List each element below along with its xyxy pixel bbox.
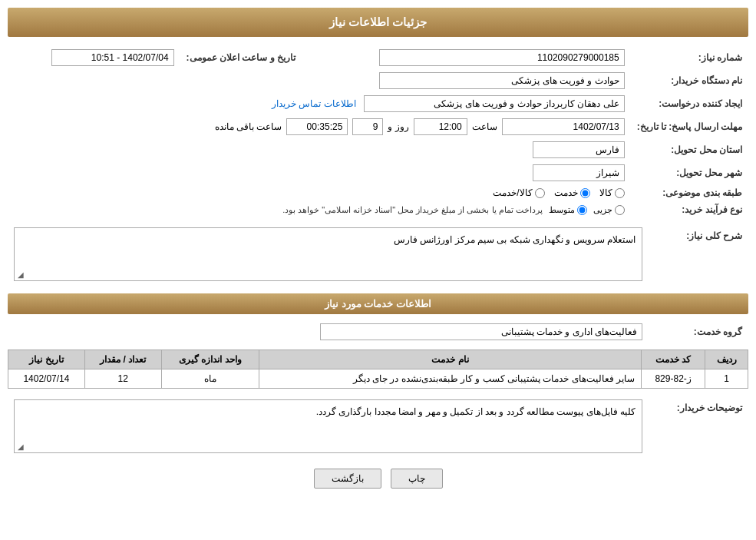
- deadline-time-label: ساعت: [472, 121, 497, 132]
- service-qty: 12: [84, 369, 161, 389]
- table-row: 1 ز-82-829 سایر فعالیت‌های خدمات پشتیبان…: [8, 369, 748, 389]
- process-option-jozi[interactable]: جزیی: [593, 205, 625, 215]
- row-number: 1: [705, 369, 748, 389]
- service-name: سایر فعالیت‌های خدمات پشتیبانی کسب و کار…: [259, 369, 642, 389]
- need-number-label: شماره نیاز:: [631, 46, 748, 69]
- province-label: استان محل تحویل:: [631, 138, 748, 161]
- requester-display: علی دهقان کاربرداز حوادث و فوریت های پزش…: [364, 95, 625, 112]
- requester-label: ایجاد کننده درخواست:: [631, 92, 748, 115]
- requester-value: علی دهقان کاربرداز حوادث و فوریت های پزش…: [8, 92, 631, 115]
- city-value: شیراز: [8, 161, 631, 184]
- resize-handle[interactable]: ◢: [18, 270, 24, 279]
- process-note: پرداخت تمام یا بخشی از مبلغ خریداز محل "…: [282, 205, 543, 215]
- action-buttons-row: چاپ بازگشت: [8, 469, 748, 489]
- service-code: ز-82-829: [641, 369, 705, 389]
- need-description-table: شرح کلی نیاز: استعلام سرویس و نگهداری شب…: [8, 224, 748, 284]
- process-type-value: جزیی متوسط پرداخت تمام یا بخشی از مبلغ خ…: [8, 201, 631, 218]
- col-header-date: تاریخ نیاز: [8, 350, 85, 369]
- info-table: شماره نیاز: 1102090279000185 تاریخ و ساع…: [8, 46, 748, 218]
- deadline-days-label: روز و: [388, 121, 408, 132]
- buyer-notes-label: توضیحات خریدار:: [649, 396, 748, 456]
- deadline-time-display: 12:00: [414, 118, 467, 135]
- resize-handle-notes[interactable]: ◢: [18, 442, 24, 451]
- buyer-notes-table: توضیحات خریدار: کلیه فایل‌های پیوست مطال…: [8, 396, 748, 456]
- deadline-row: 1402/07/13 ساعت 12:00 روز و 9 00:35:25 س…: [14, 118, 625, 135]
- process-type-label: نوع فرآیند خرید:: [631, 201, 748, 218]
- print-button[interactable]: چاپ: [391, 469, 443, 489]
- category-label: طبقه بندی موضوعی:: [631, 184, 748, 201]
- announcement-datetime-display: 1402/07/04 - 10:51: [51, 49, 174, 66]
- buyer-station-label: نام دستگاه خریدار:: [631, 69, 748, 92]
- process-option-motavaset[interactable]: متوسط: [549, 205, 587, 215]
- need-number-value: 1102090279000185: [302, 46, 631, 69]
- contact-link[interactable]: اطلاعات تماس خریدار: [272, 98, 356, 109]
- need-number-display: 1102090279000185: [379, 49, 625, 66]
- service-unit: ماه: [161, 369, 259, 389]
- buyer-notes-cell: کلیه فایل‌های پیوست مطالعه گردد و بعد از…: [8, 396, 649, 456]
- service-group-table: گروه خدمت: فعالیت‌های اداری و خدمات پشتی…: [8, 320, 748, 343]
- buyer-station-display: حوادث و فوریت های پزشکی: [379, 72, 625, 89]
- need-description-text: استعلام سرویس و نگهداری شبکه بی سیم مرکز…: [394, 234, 636, 245]
- city-display: شیراز: [533, 164, 625, 181]
- category-option-khedmat[interactable]: خدمت: [554, 187, 590, 198]
- process-row: جزیی متوسط پرداخت تمام یا بخشی از مبلغ خ…: [14, 205, 625, 215]
- deadline-remaining-label: ساعت باقی مانده: [215, 121, 282, 132]
- services-section-title: اطلاعات خدمات مورد نیاز: [8, 293, 748, 314]
- deadline-days-display: 9: [352, 118, 383, 135]
- announcement-datetime-label: تاریخ و ساعت اعلان عمومی:: [180, 46, 302, 69]
- col-header-name: نام خدمت: [259, 350, 642, 369]
- category-option-kala[interactable]: کالا: [599, 187, 625, 198]
- announcement-datetime-value: 1402/07/04 - 10:51: [8, 46, 180, 69]
- col-header-row: ردیف: [705, 350, 748, 369]
- buyer-notes-container: کلیه فایل‌های پیوست مطالعه گردد و بعد از…: [14, 399, 642, 453]
- col-header-unit: واحد اندازه گیری: [161, 350, 259, 369]
- category-value: کالا خدمت کالا/خدمت: [8, 184, 631, 201]
- deadline-date-display: 1402/07/13: [502, 118, 625, 135]
- buyer-station-value: حوادث و فوریت های پزشکی: [8, 69, 631, 92]
- need-description-cell: استعلام سرویس و نگهداری شبکه بی سیم مرکز…: [8, 224, 649, 284]
- need-description-container: استعلام سرویس و نگهداری شبکه بی سیم مرکز…: [14, 227, 642, 281]
- deadline-remaining-display: 00:35:25: [286, 118, 348, 135]
- need-description-label: شرح کلی نیاز:: [649, 224, 748, 284]
- deadline-value: 1402/07/13 ساعت 12:00 روز و 9 00:35:25 س…: [8, 115, 631, 138]
- deadline-label: مهلت ارسال پاسخ: تا تاریخ:: [631, 115, 748, 138]
- province-value: فارس: [8, 138, 631, 161]
- service-group-display: فعالیت‌های اداری و خدمات پشتیبانی: [320, 323, 642, 340]
- buyer-notes-text: کلیه فایل‌های پیوست مطالعه گردد و بعد از…: [316, 406, 636, 417]
- col-header-code: کد خدمت: [641, 350, 705, 369]
- col-header-qty: تعداد / مقدار: [84, 350, 161, 369]
- services-table: ردیف کد خدمت نام خدمت واحد اندازه گیری ت…: [8, 350, 748, 389]
- page-title: جزئیات اطلاعات نیاز: [8, 8, 748, 37]
- service-group-label: گروه خدمت:: [649, 320, 748, 343]
- page-wrapper: جزئیات اطلاعات نیاز شماره نیاز: 11020902…: [0, 0, 756, 540]
- category-radio-group: کالا خدمت کالا/خدمت: [14, 187, 625, 198]
- category-option-kala-khedmat[interactable]: کالا/خدمت: [493, 187, 544, 198]
- service-group-value: فعالیت‌های اداری و خدمات پشتیبانی: [8, 320, 649, 343]
- province-display: فارس: [533, 141, 625, 158]
- back-button[interactable]: بازگشت: [314, 469, 381, 489]
- service-date: 1402/07/14: [8, 369, 85, 389]
- city-label: شهر محل تحویل:: [631, 161, 748, 184]
